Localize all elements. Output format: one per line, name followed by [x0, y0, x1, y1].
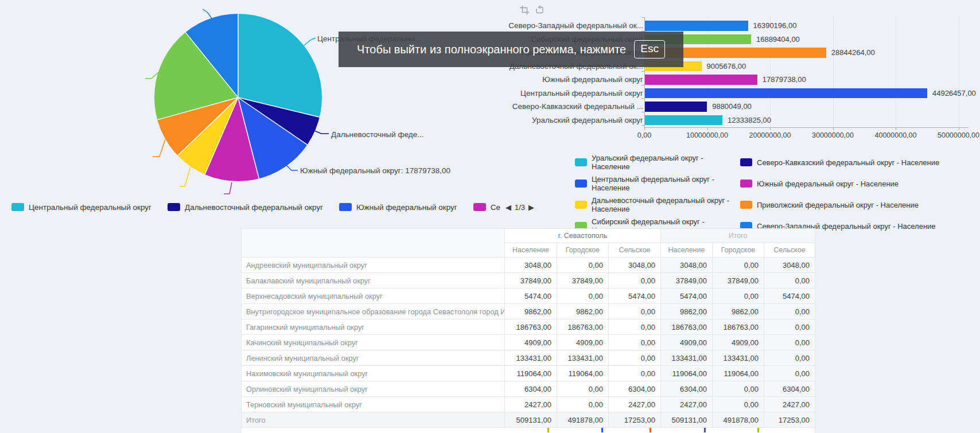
- bar-value-label: 12333825,00: [728, 115, 771, 126]
- value-cell: 3048,00: [609, 258, 661, 273]
- x-axis-label: 40000000,00: [875, 131, 917, 139]
- legend-item-label: Южный федеральный округ: [356, 203, 457, 212]
- grid-line: [833, 17, 834, 127]
- table-row: Андреевский муниципальный округ3048,000,…: [242, 258, 815, 273]
- legend-item[interactable]: Приволжский федеральный округ - Населени…: [740, 196, 939, 213]
- legend-item[interactable]: Дальневосточный федеральный округ: [168, 203, 323, 212]
- legend-swatch: [575, 180, 587, 188]
- legend-item[interactable]: Северо-Кавказский федеральный округ - На…: [740, 154, 939, 171]
- legend-item[interactable]: Уральский федеральный округ - Население: [575, 154, 740, 171]
- row-name-cell: Балаклавский муниципальный округ: [242, 273, 505, 288]
- value-cell: 5474,00: [661, 288, 713, 304]
- value-cell: 119064,00: [557, 366, 609, 381]
- row-name-cell: Качинский муниципальный округ: [242, 335, 505, 350]
- value-cell: 0,00: [609, 350, 661, 366]
- value-cell: 37849,00: [661, 273, 713, 288]
- data-table: г. СевастопольИтогоНаселениеГородскоеСел…: [241, 228, 815, 428]
- bar-value-label: 17879738,00: [763, 75, 806, 85]
- footer-value-cell: 17253,00: [764, 412, 815, 428]
- legend-swatch: [740, 201, 752, 209]
- mini-mark: [757, 428, 759, 432]
- pie-leader-line: [153, 139, 165, 157]
- table-row: Верхнесадовский муниципальный округ5474,…: [242, 288, 815, 304]
- chart-toolbar: [519, 5, 545, 15]
- value-cell: 133431,00: [557, 350, 609, 366]
- x-axis-label: 30000000,00: [812, 131, 854, 139]
- undo-zoom-icon[interactable]: [534, 5, 545, 15]
- value-cell: 3048,00: [661, 258, 713, 273]
- legend-item-label: Южный федеральный округ - Население: [757, 180, 899, 188]
- bar[interactable]: [645, 21, 748, 31]
- legend-item[interactable]: Дальневосточный федеральный округ - Насе…: [575, 196, 740, 213]
- bar[interactable]: [645, 115, 722, 126]
- value-cell: 0,00: [764, 350, 815, 366]
- value-cell: 6304,00: [505, 381, 557, 397]
- pie-point-label: Дальневосточный феде...: [331, 130, 424, 139]
- zoom-selection-icon[interactable]: [519, 5, 530, 15]
- footer-value-cell: 509131,00: [505, 412, 557, 428]
- legend-swatch: [740, 180, 752, 188]
- bar-value-label: 9880049,00: [712, 102, 752, 112]
- value-cell: 9862,00: [713, 304, 764, 319]
- table-row: Гагаринский муниципальный округ186763,00…: [242, 319, 815, 335]
- legend-item-label: Дальневосточный федеральный округ: [185, 203, 323, 212]
- bar-value-label: 44926457,00: [932, 88, 976, 99]
- pie-point-label: Южный федеральный округ: 17879738,00: [300, 166, 450, 175]
- value-cell: 0,00: [764, 319, 815, 335]
- value-cell: 2427,00: [661, 397, 713, 412]
- table-corner-cell: [242, 229, 505, 258]
- value-cell: 6304,00: [764, 381, 815, 397]
- value-cell: 0,00: [557, 288, 609, 304]
- data-table-widget: г. СевастопольИтогоНаселениеГородскоеСел…: [241, 228, 815, 433]
- footer-name-cell: Итого: [242, 412, 505, 428]
- legend-item[interactable]: Центральный федеральный округ: [11, 203, 151, 212]
- table-column-header: Городское: [713, 243, 764, 258]
- value-cell: 3048,00: [764, 258, 815, 273]
- pie-legend: Центральный федеральный округДальневосто…: [11, 201, 536, 213]
- bar[interactable]: [645, 102, 707, 112]
- table-column-header: Сельское: [764, 243, 815, 258]
- value-cell: 6304,00: [661, 381, 713, 397]
- value-cell: 2427,00: [505, 397, 557, 412]
- legend-item[interactable]: Южный федеральный округ - Население: [740, 175, 939, 192]
- value-cell: 0,00: [557, 381, 609, 397]
- value-cell: 0,00: [609, 273, 661, 288]
- pie-chart[interactable]: [154, 14, 322, 181]
- value-cell: 133431,00: [505, 350, 557, 366]
- value-cell: 0,00: [764, 304, 815, 319]
- partial-row: [242, 428, 814, 433]
- mini-mark: [650, 428, 651, 432]
- row-name-cell: Внутригородское муниципальное образовани…: [242, 304, 505, 319]
- bar[interactable]: [645, 88, 927, 99]
- value-cell: 4909,00: [661, 335, 713, 350]
- legend-item[interactable]: Южный федеральный округ: [339, 203, 457, 212]
- bar-category-label: Южный федеральный округ: [542, 75, 643, 85]
- table-group-header: г. Севастополь: [505, 229, 661, 243]
- value-cell: 4909,00: [557, 335, 609, 350]
- value-cell: 0,00: [713, 288, 764, 304]
- dashboard-fullscreen: { "page": { "background": "#eef1f6" }, "…: [0, 0, 980, 433]
- table-row: Терновский муниципальный округ2427,000,0…: [242, 397, 815, 412]
- fullscreen-exit-message: Чтобы выйти из полноэкранного режима, на…: [357, 43, 626, 56]
- value-cell: 119064,00: [505, 366, 557, 381]
- value-cell: 0,00: [557, 258, 609, 273]
- pie-leader-line: [180, 167, 190, 186]
- legend-item[interactable]: Центральный федеральный округ - Населени…: [575, 175, 740, 192]
- row-name-cell: Верхнесадовский муниципальный округ: [242, 288, 505, 304]
- pie-leader-line: [314, 131, 329, 134]
- footer-value-cell: 17253,00: [609, 412, 661, 428]
- value-cell: 119064,00: [713, 366, 764, 381]
- value-cell: 2427,00: [764, 397, 815, 412]
- bar[interactable]: [645, 75, 757, 85]
- value-cell: 119064,00: [661, 366, 713, 381]
- row-name-cell: Нахимовский муниципальный округ: [242, 366, 505, 381]
- esc-key: Esc: [634, 40, 665, 58]
- legend-swatch: [575, 201, 587, 209]
- value-cell: 0,00: [557, 397, 609, 412]
- mini-mark: [704, 428, 706, 432]
- fullscreen-exit-overlay: Чтобы выйти из полноэкранного режима, на…: [339, 32, 683, 67]
- bar-category-label: Северо-Кавказский федеральный ...: [512, 102, 643, 112]
- table-footer-row: Итого509131,00491878,0017253,00509131,00…: [242, 412, 815, 428]
- value-cell: 0,00: [609, 319, 661, 335]
- value-cell: 37849,00: [505, 273, 557, 288]
